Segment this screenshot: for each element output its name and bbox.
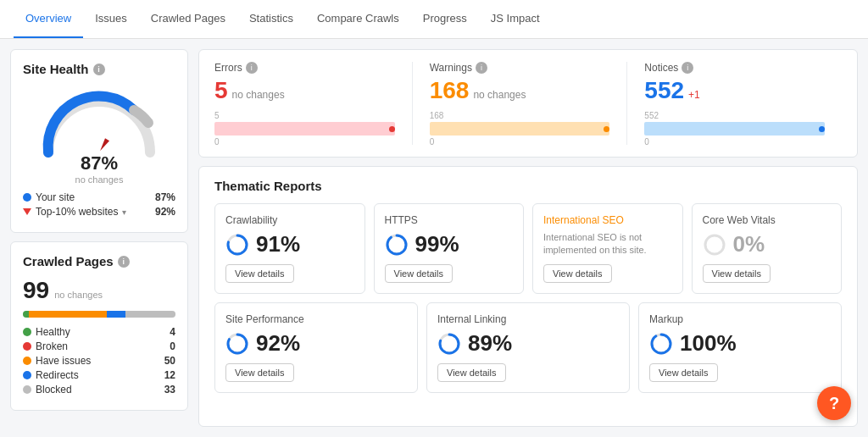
site-perf-title: Site Performance <box>225 313 407 325</box>
bar-blocked <box>125 311 175 318</box>
cwv-percent: 0% <box>703 231 832 257</box>
markup-view-details[interactable]: View details <box>649 363 718 382</box>
int-link-circle <box>437 332 461 356</box>
top-stats-row: Errors i 5 no changes 5 0 <box>198 49 858 158</box>
stat-healthy: Healthy 4 <box>23 326 175 338</box>
int-link-view-details[interactable]: View details <box>437 363 506 382</box>
notices-number: 552 <box>644 77 684 104</box>
cwv-view-details[interactable]: View details <box>703 264 771 283</box>
errors-change: no changes <box>232 89 285 101</box>
broken-dot <box>23 342 31 351</box>
crawled-pages-title: Crawled Pages i <box>23 254 175 268</box>
int-link-percent: 89% <box>437 330 619 357</box>
stat-have-issues: Have issues 50 <box>23 355 175 367</box>
site-health-title: Site Health i <box>23 62 175 76</box>
errors-chart: 5 0 <box>214 111 395 145</box>
site-perf-circle <box>225 332 249 356</box>
int-seo-title: International SEO <box>543 214 672 226</box>
gauge-chart <box>31 85 167 161</box>
report-international-seo: International SEO International SEO is n… <box>532 203 683 294</box>
legend-top10: Top-10% websites ▾ 92% <box>23 206 175 218</box>
https-title: HTTPS <box>385 214 514 226</box>
left-panel: Site Health i 87% no changes <box>10 49 188 427</box>
svg-marker-0 <box>98 138 110 152</box>
tab-compare-crawls[interactable]: Compare Crawls <box>305 0 411 38</box>
cwv-circle <box>703 233 726 257</box>
thematic-reports-title: Thematic Reports <box>214 179 842 193</box>
svg-point-5 <box>705 235 724 254</box>
svg-point-4 <box>387 235 406 254</box>
warnings-title: Warnings <box>430 62 472 74</box>
tab-js-impact[interactable]: JS Impact <box>479 0 552 38</box>
https-view-details[interactable]: View details <box>385 264 453 283</box>
crawled-pages-info-icon[interactable]: i <box>118 256 130 268</box>
warnings-change: no changes <box>473 89 526 101</box>
crawlability-title: Crawlability <box>225 214 354 226</box>
cwv-title: Core Web Vitals <box>703 214 832 226</box>
notices-title: Notices <box>644 62 678 74</box>
report-internal-linking: Internal Linking 89% View details <box>426 302 630 393</box>
errors-block: Errors i 5 no changes 5 0 <box>214 62 413 145</box>
svg-point-11 <box>652 335 670 353</box>
markup-percent: 100% <box>649 330 831 357</box>
crawlability-view-details[interactable]: View details <box>225 264 294 283</box>
thematic-reports-card: Thematic Reports Crawlability 91% View d… <box>198 166 858 427</box>
stat-broken: Broken 0 <box>23 340 175 352</box>
notices-change: +1 <box>688 89 700 101</box>
tab-crawled-pages[interactable]: Crawled Pages <box>139 0 237 38</box>
errors-number: 5 <box>214 77 228 104</box>
crawlability-circle <box>225 233 249 257</box>
https-circle <box>385 233 409 257</box>
crawlability-percent: 91% <box>225 231 354 257</box>
site-health-card: Site Health i 87% no changes <box>10 49 188 233</box>
crawled-pages-sublabel: no changes <box>54 290 103 300</box>
warnings-number: 168 <box>430 77 470 104</box>
bar-healthy <box>23 311 29 318</box>
notices-chart: 552 0 <box>644 111 825 145</box>
healthy-dot <box>23 328 31 336</box>
gauge-percent: 87% <box>81 152 118 174</box>
tab-statistics[interactable]: Statistics <box>237 0 305 38</box>
site-perf-percent: 92% <box>225 330 407 357</box>
errors-info-icon[interactable]: i <box>246 62 258 74</box>
gauge-sublabel: no changes <box>75 174 124 185</box>
report-core-web-vitals: Core Web Vitals 0% View details <box>692 203 843 294</box>
warnings-chart: 168 0 <box>430 111 610 145</box>
report-site-performance: Site Performance 92% View details <box>214 302 418 393</box>
bar-issues <box>29 311 107 318</box>
stat-redirects: Redirects 12 <box>23 369 175 381</box>
redirects-dot <box>23 371 31 379</box>
top-navigation: Overview Issues Crawled Pages Statistics… <box>0 0 868 39</box>
report-https: HTTPS 99% View details <box>374 203 525 294</box>
stat-blocked: Blocked 33 <box>23 384 175 396</box>
site-perf-view-details[interactable]: View details <box>225 363 294 382</box>
issues-dot <box>23 357 31 365</box>
right-panel: Errors i 5 no changes 5 0 <box>198 49 858 427</box>
help-button[interactable]: ? <box>817 386 851 420</box>
crawled-pages-card: Crawled Pages i 99 no changes Healthy 4 … <box>10 241 188 411</box>
report-markup: Markup 100% View details <box>638 302 842 393</box>
crawled-pages-number: 99 <box>23 277 49 304</box>
tab-progress[interactable]: Progress <box>411 0 479 38</box>
main-content: Site Health i 87% no changes <box>0 39 868 437</box>
warnings-block: Warnings i 168 no changes 168 0 <box>413 62 628 145</box>
int-link-title: Internal Linking <box>437 313 619 325</box>
your-site-dot <box>23 193 31 202</box>
thematic-row1: Crawlability 91% View details HTTPS <box>214 203 842 294</box>
tab-overview[interactable]: Overview <box>14 0 83 38</box>
notices-block: Notices i 552 +1 552 0 <box>627 62 842 145</box>
markup-title: Markup <box>649 313 831 325</box>
legend-your-site: Your site 87% <box>23 191 175 203</box>
https-percent: 99% <box>385 231 514 257</box>
int-seo-view-details[interactable]: View details <box>543 264 612 283</box>
markup-circle <box>649 332 673 356</box>
crawled-pages-bar <box>23 311 175 318</box>
notices-info-icon[interactable]: i <box>682 62 693 74</box>
tab-issues[interactable]: Issues <box>83 0 139 38</box>
top10-icon <box>23 208 31 215</box>
blocked-dot <box>23 385 31 394</box>
warnings-info-icon[interactable]: i <box>476 62 487 74</box>
site-health-info-icon[interactable]: i <box>93 64 105 75</box>
gauge-container: 87% no changes <box>23 85 175 185</box>
crawled-pages-number-row: 99 no changes <box>23 277 175 304</box>
